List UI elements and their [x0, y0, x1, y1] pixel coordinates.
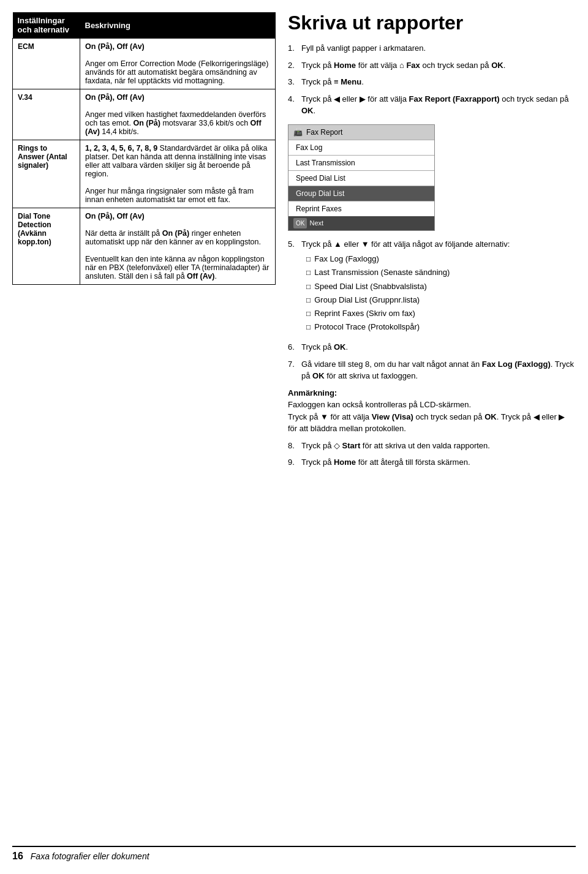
step-5-container: 5. Tryck på ▲ eller ▼ för att välja någo… — [288, 238, 576, 337]
step-6-container: 6. Tryck på OK. — [288, 341, 576, 353]
setting-description: On (På), Off (Av) När detta är inställt … — [80, 208, 276, 285]
bullet-last: Last Transmission (Senaste sändning) — [314, 267, 450, 278]
on-off-label2: On (På), Off (Av) — [85, 212, 145, 220]
note-label: Anmärkning: — [288, 388, 337, 397]
step-9-container: 9. Tryck på Home för att återgå till för… — [288, 456, 576, 469]
fax-report-item-reprint: Reprint Faxes — [288, 201, 434, 216]
fax-report-item-group: Group Dial List — [288, 186, 434, 201]
page: Inställningar och alternativ Beskrivning… — [0, 0, 588, 874]
setting-name: ECM — [13, 39, 80, 89]
list-item: Protocol Trace (Protokollspår) — [306, 322, 576, 333]
on-off-label: On (På), Off (Av) — [85, 93, 145, 102]
step-5-content: Tryck på ▲ eller ▼ för att välja något a… — [301, 238, 576, 337]
rings-values: 1, 2, 3, 4, 5, 6, 7, 8, 9 Standardvärdet… — [85, 144, 267, 178]
list-item: Last Transmission (Senaste sändning) — [306, 267, 576, 278]
step-3: Tryck på ≡ Menu. — [288, 76, 576, 88]
step-1: Fyll på vanligt papper i arkmataren. — [288, 42, 576, 55]
dtd-desc2: Eventuellt kan den inte känna av någon k… — [85, 255, 269, 281]
step-8-num: 8. — [288, 440, 299, 452]
step-1-text: Fyll på vanligt papper i arkmataren. — [301, 42, 576, 55]
step-5-num: 5. — [288, 238, 299, 337]
table-row: ECM On (På), Off (Av) Anger om Error Cor… — [13, 39, 276, 89]
step-7-text: Gå vidare till steg 8, om du har valt nå… — [301, 358, 576, 382]
on-off-label: On (På), Off (Av) — [85, 42, 145, 51]
note-text: Faxloggen kan också kontrolleras på LCD-… — [288, 400, 471, 409]
setting-name: Dial Tone Detection (Avkänn kopp.ton) — [13, 208, 80, 285]
fax-report-icon: 📠 — [293, 127, 303, 138]
bullet-list: Fax Log (Faxlogg) Last Transmission (Sen… — [306, 254, 576, 333]
v34-description: Anger med vilken hastighet faxmeddelande… — [85, 110, 266, 136]
footer-next-text: Next — [309, 218, 323, 228]
right-column: Skriva ut rapporter Fyll på vanligt papp… — [288, 12, 576, 836]
note-box: Anmärkning: Faxloggen kan också kontroll… — [288, 387, 576, 435]
content-area: Inställningar och alternativ Beskrivning… — [12, 12, 576, 836]
table-row: Rings to Answer (Antal signaler) 1, 2, 3… — [13, 140, 276, 208]
fax-report-title: 📠 Fax Report — [288, 125, 434, 140]
footer-page-number: 16 — [12, 851, 23, 862]
bullet-group: Group Dial List (Gruppnr.lista) — [314, 295, 420, 306]
step-2: Tryck på Home för att välja ⌂ Fax och tr… — [288, 59, 576, 72]
list-item: Speed Dial List (Snabbvalslista) — [306, 281, 576, 292]
fax-report-footer: OK Next — [288, 216, 434, 230]
note-text2: Tryck på ▼ för att välja View (Visa) och… — [288, 412, 565, 434]
setting-name: Rings to Answer (Antal signaler) — [13, 140, 80, 208]
fax-report-title-text: Fax Report — [306, 127, 342, 138]
step-7-container: 7. Gå vidare till steg 8, om du har valt… — [288, 358, 576, 382]
footer-text: Faxa fotografier eller dokument — [31, 851, 149, 861]
ecm-description: Anger om Error Correction Mode (Felkorri… — [85, 59, 268, 85]
step-2-text: Tryck på Home för att välja ⌂ Fax och tr… — [301, 59, 576, 72]
table-row: V.34 On (På), Off (Av) Anger med vilken … — [13, 89, 276, 140]
ok-icon: OK — [293, 218, 307, 228]
step-4-text: Tryck på ◀ eller ▶ för att välja Fax Rep… — [301, 93, 576, 117]
list-item: Fax Log (Faxlogg) — [306, 254, 576, 265]
bullet-reprint: Reprint Faxes (Skriv om fax) — [314, 308, 415, 319]
setting-description: On (På), Off (Av) Anger med vilken hasti… — [80, 89, 276, 140]
step-7-num: 7. — [288, 358, 299, 382]
settings-table: Inställningar och alternativ Beskrivning… — [12, 12, 276, 285]
step-9-num: 9. — [288, 456, 299, 469]
dtd-desc1: När detta är inställt på On (På) ringer … — [85, 229, 261, 246]
step-5-intro: Tryck på ▲ eller ▼ för att välja något a… — [301, 239, 510, 249]
table-row: Dial Tone Detection (Avkänn kopp.ton) On… — [13, 208, 276, 285]
step-3-text: Tryck på ≡ Menu. — [301, 76, 576, 88]
fax-report-item-faxlog: Fax Log — [288, 140, 434, 155]
steps-list: Fyll på vanligt papper i arkmataren. Try… — [288, 42, 576, 117]
setting-description: 1, 2, 3, 4, 5, 6, 7, 8, 9 Standardvärdet… — [80, 140, 276, 208]
step-6-text: Tryck på OK. — [301, 341, 576, 353]
list-item: Reprint Faxes (Skriv om fax) — [306, 308, 576, 319]
col2-header: Beskrivning — [80, 12, 276, 39]
step-8-text: Tryck på ◇ Start för att skriva ut den v… — [301, 440, 576, 452]
fax-report-item-last: Last Transmission — [288, 155, 434, 170]
rings-description: Anger hur många ringsignaler som måste g… — [85, 187, 254, 204]
bullet-faxlog: Fax Log (Faxlogg) — [314, 254, 379, 265]
setting-name: V.34 — [13, 89, 80, 140]
bullet-protocol: Protocol Trace (Protokollspår) — [314, 322, 420, 333]
col1-header: Inställningar och alternativ — [13, 12, 80, 39]
bullet-speed: Speed Dial List (Snabbvalslista) — [314, 281, 427, 292]
setting-description: On (På), Off (Av) Anger om Error Correct… — [80, 39, 276, 89]
step-8-container: 8. Tryck på ◇ Start för att skriva ut de… — [288, 440, 576, 452]
fax-report-box: 📠 Fax Report Fax Log Last Transmission S… — [288, 124, 435, 231]
list-item: Group Dial List (Gruppnr.lista) — [306, 295, 576, 306]
step-4: Tryck på ◀ eller ▶ för att välja Fax Rep… — [288, 93, 576, 117]
footer: 16 Faxa fotografier eller dokument — [12, 846, 576, 862]
fax-report-item-speed: Speed Dial List — [288, 170, 434, 186]
step-9-text: Tryck på Home för att återgå till första… — [301, 456, 576, 469]
left-column: Inställningar och alternativ Beskrivning… — [12, 12, 276, 836]
page-title: Skriva ut rapporter — [288, 12, 576, 34]
step-6-num: 6. — [288, 341, 299, 353]
